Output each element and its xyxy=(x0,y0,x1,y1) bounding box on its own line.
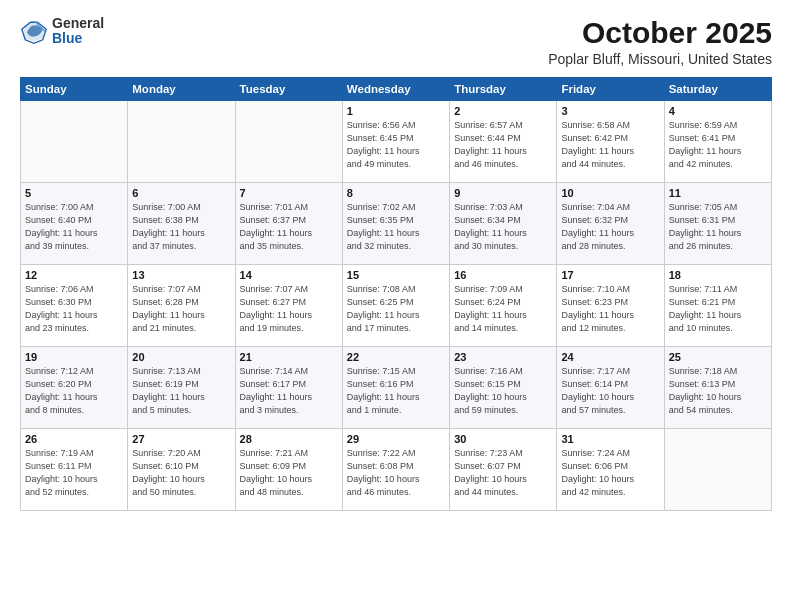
calendar-cell: 22Sunrise: 7:15 AM Sunset: 6:16 PM Dayli… xyxy=(342,347,449,429)
column-header-saturday: Saturday xyxy=(664,78,771,101)
day-info: Sunrise: 7:18 AM Sunset: 6:13 PM Dayligh… xyxy=(669,365,767,417)
day-number: 11 xyxy=(669,187,767,199)
day-info: Sunrise: 7:24 AM Sunset: 6:06 PM Dayligh… xyxy=(561,447,659,499)
day-info: Sunrise: 7:23 AM Sunset: 6:07 PM Dayligh… xyxy=(454,447,552,499)
header: General Blue October 2025 Poplar Bluff, … xyxy=(20,16,772,67)
calendar-cell: 29Sunrise: 7:22 AM Sunset: 6:08 PM Dayli… xyxy=(342,429,449,511)
calendar-cell: 2Sunrise: 6:57 AM Sunset: 6:44 PM Daylig… xyxy=(450,101,557,183)
day-number: 5 xyxy=(25,187,123,199)
calendar-cell: 4Sunrise: 6:59 AM Sunset: 6:41 PM Daylig… xyxy=(664,101,771,183)
calendar-cell: 16Sunrise: 7:09 AM Sunset: 6:24 PM Dayli… xyxy=(450,265,557,347)
day-number: 22 xyxy=(347,351,445,363)
calendar-cell: 21Sunrise: 7:14 AM Sunset: 6:17 PM Dayli… xyxy=(235,347,342,429)
day-number: 20 xyxy=(132,351,230,363)
day-info: Sunrise: 7:11 AM Sunset: 6:21 PM Dayligh… xyxy=(669,283,767,335)
day-info: Sunrise: 7:06 AM Sunset: 6:30 PM Dayligh… xyxy=(25,283,123,335)
calendar-cell: 30Sunrise: 7:23 AM Sunset: 6:07 PM Dayli… xyxy=(450,429,557,511)
calendar-cell: 5Sunrise: 7:00 AM Sunset: 6:40 PM Daylig… xyxy=(21,183,128,265)
day-number: 25 xyxy=(669,351,767,363)
calendar-cell: 28Sunrise: 7:21 AM Sunset: 6:09 PM Dayli… xyxy=(235,429,342,511)
column-header-friday: Friday xyxy=(557,78,664,101)
day-number: 27 xyxy=(132,433,230,445)
day-number: 21 xyxy=(240,351,338,363)
column-header-thursday: Thursday xyxy=(450,78,557,101)
day-number: 4 xyxy=(669,105,767,117)
logo-text: General Blue xyxy=(52,16,104,47)
calendar-cell: 24Sunrise: 7:17 AM Sunset: 6:14 PM Dayli… xyxy=(557,347,664,429)
day-number: 18 xyxy=(669,269,767,281)
calendar-cell: 13Sunrise: 7:07 AM Sunset: 6:28 PM Dayli… xyxy=(128,265,235,347)
day-number: 10 xyxy=(561,187,659,199)
day-info: Sunrise: 7:22 AM Sunset: 6:08 PM Dayligh… xyxy=(347,447,445,499)
day-info: Sunrise: 7:05 AM Sunset: 6:31 PM Dayligh… xyxy=(669,201,767,253)
day-info: Sunrise: 7:00 AM Sunset: 6:38 PM Dayligh… xyxy=(132,201,230,253)
logo-blue: Blue xyxy=(52,31,104,46)
calendar-week-3: 12Sunrise: 7:06 AM Sunset: 6:30 PM Dayli… xyxy=(21,265,772,347)
day-info: Sunrise: 7:21 AM Sunset: 6:09 PM Dayligh… xyxy=(240,447,338,499)
calendar-cell: 18Sunrise: 7:11 AM Sunset: 6:21 PM Dayli… xyxy=(664,265,771,347)
day-number: 19 xyxy=(25,351,123,363)
calendar-week-5: 26Sunrise: 7:19 AM Sunset: 6:11 PM Dayli… xyxy=(21,429,772,511)
column-header-tuesday: Tuesday xyxy=(235,78,342,101)
day-number: 23 xyxy=(454,351,552,363)
day-number: 9 xyxy=(454,187,552,199)
day-number: 15 xyxy=(347,269,445,281)
calendar-cell: 25Sunrise: 7:18 AM Sunset: 6:13 PM Dayli… xyxy=(664,347,771,429)
day-info: Sunrise: 7:17 AM Sunset: 6:14 PM Dayligh… xyxy=(561,365,659,417)
calendar-week-2: 5Sunrise: 7:00 AM Sunset: 6:40 PM Daylig… xyxy=(21,183,772,265)
day-info: Sunrise: 7:10 AM Sunset: 6:23 PM Dayligh… xyxy=(561,283,659,335)
calendar-header-row: SundayMondayTuesdayWednesdayThursdayFrid… xyxy=(21,78,772,101)
calendar-cell xyxy=(235,101,342,183)
calendar-cell: 15Sunrise: 7:08 AM Sunset: 6:25 PM Dayli… xyxy=(342,265,449,347)
calendar-week-4: 19Sunrise: 7:12 AM Sunset: 6:20 PM Dayli… xyxy=(21,347,772,429)
column-header-sunday: Sunday xyxy=(21,78,128,101)
day-number: 17 xyxy=(561,269,659,281)
logo-general: General xyxy=(52,16,104,31)
calendar-cell: 6Sunrise: 7:00 AM Sunset: 6:38 PM Daylig… xyxy=(128,183,235,265)
day-info: Sunrise: 6:56 AM Sunset: 6:45 PM Dayligh… xyxy=(347,119,445,171)
calendar-cell: 1Sunrise: 6:56 AM Sunset: 6:45 PM Daylig… xyxy=(342,101,449,183)
day-info: Sunrise: 7:13 AM Sunset: 6:19 PM Dayligh… xyxy=(132,365,230,417)
calendar-cell: 14Sunrise: 7:07 AM Sunset: 6:27 PM Dayli… xyxy=(235,265,342,347)
calendar-cell: 3Sunrise: 6:58 AM Sunset: 6:42 PM Daylig… xyxy=(557,101,664,183)
day-number: 3 xyxy=(561,105,659,117)
day-number: 2 xyxy=(454,105,552,117)
day-info: Sunrise: 7:03 AM Sunset: 6:34 PM Dayligh… xyxy=(454,201,552,253)
calendar-title: October 2025 xyxy=(548,16,772,49)
logo-icon xyxy=(20,17,48,45)
calendar-cell: 31Sunrise: 7:24 AM Sunset: 6:06 PM Dayli… xyxy=(557,429,664,511)
calendar-cell xyxy=(21,101,128,183)
day-number: 29 xyxy=(347,433,445,445)
calendar-cell: 20Sunrise: 7:13 AM Sunset: 6:19 PM Dayli… xyxy=(128,347,235,429)
day-number: 8 xyxy=(347,187,445,199)
calendar-week-1: 1Sunrise: 6:56 AM Sunset: 6:45 PM Daylig… xyxy=(21,101,772,183)
column-header-wednesday: Wednesday xyxy=(342,78,449,101)
day-info: Sunrise: 7:09 AM Sunset: 6:24 PM Dayligh… xyxy=(454,283,552,335)
day-number: 24 xyxy=(561,351,659,363)
day-info: Sunrise: 7:07 AM Sunset: 6:27 PM Dayligh… xyxy=(240,283,338,335)
day-info: Sunrise: 7:12 AM Sunset: 6:20 PM Dayligh… xyxy=(25,365,123,417)
day-info: Sunrise: 7:08 AM Sunset: 6:25 PM Dayligh… xyxy=(347,283,445,335)
day-number: 16 xyxy=(454,269,552,281)
day-number: 12 xyxy=(25,269,123,281)
logo: General Blue xyxy=(20,16,104,47)
day-number: 7 xyxy=(240,187,338,199)
day-info: Sunrise: 6:57 AM Sunset: 6:44 PM Dayligh… xyxy=(454,119,552,171)
calendar-cell: 12Sunrise: 7:06 AM Sunset: 6:30 PM Dayli… xyxy=(21,265,128,347)
day-info: Sunrise: 6:58 AM Sunset: 6:42 PM Dayligh… xyxy=(561,119,659,171)
day-info: Sunrise: 7:04 AM Sunset: 6:32 PM Dayligh… xyxy=(561,201,659,253)
day-number: 14 xyxy=(240,269,338,281)
calendar-cell: 27Sunrise: 7:20 AM Sunset: 6:10 PM Dayli… xyxy=(128,429,235,511)
calendar-cell: 23Sunrise: 7:16 AM Sunset: 6:15 PM Dayli… xyxy=(450,347,557,429)
day-info: Sunrise: 7:16 AM Sunset: 6:15 PM Dayligh… xyxy=(454,365,552,417)
day-info: Sunrise: 7:19 AM Sunset: 6:11 PM Dayligh… xyxy=(25,447,123,499)
calendar-subtitle: Poplar Bluff, Missouri, United States xyxy=(548,51,772,67)
page: General Blue October 2025 Poplar Bluff, … xyxy=(0,0,792,612)
day-info: Sunrise: 7:01 AM Sunset: 6:37 PM Dayligh… xyxy=(240,201,338,253)
day-number: 28 xyxy=(240,433,338,445)
calendar-cell: 8Sunrise: 7:02 AM Sunset: 6:35 PM Daylig… xyxy=(342,183,449,265)
calendar-cell xyxy=(664,429,771,511)
day-info: Sunrise: 7:00 AM Sunset: 6:40 PM Dayligh… xyxy=(25,201,123,253)
day-info: Sunrise: 7:15 AM Sunset: 6:16 PM Dayligh… xyxy=(347,365,445,417)
column-header-monday: Monday xyxy=(128,78,235,101)
